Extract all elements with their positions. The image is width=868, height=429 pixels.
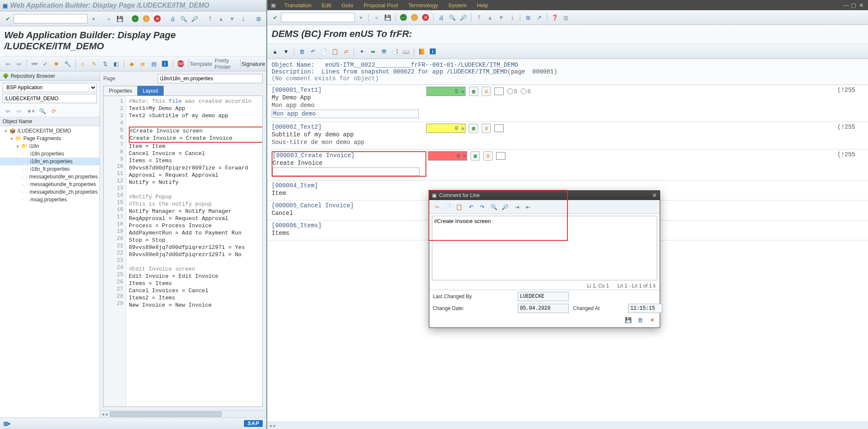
replace-icon[interactable]: ⇄ [341,46,351,56]
copy-source-icon[interactable]: ▦ [469,87,478,96]
tree-node[interactable]: ··i18n_en.properties [0,158,99,165]
find-icon[interactable]: 🔍 [447,12,457,23]
tab-layout[interactable]: Layout [137,86,164,96]
pretty-printer-button[interactable]: Pretty Printer [212,59,238,69]
dialog-cancel-icon[interactable]: ✕ [647,315,657,325]
info-icon[interactable]: i [160,59,170,69]
tree-node[interactable]: ··messagebundle_fr.properties [0,181,99,188]
info-icon[interactable]: i [428,46,438,56]
next-page-icon[interactable]: ▼ [227,14,237,24]
find-next-icon[interactable]: 🔎 [458,12,468,23]
terminology-icon[interactable]: 📙 [417,46,427,56]
repo-favorites-icon[interactable]: ★▾ [26,106,36,116]
undo-icon[interactable]: ↶ [308,46,318,56]
paste-icon[interactable]: 📋 [330,46,340,56]
quality-score[interactable]: 5 [426,87,465,96]
nav-fwd-icon[interactable]: ⇨ [14,59,24,69]
help-icon[interactable]: ❓ [550,12,560,23]
quality-score[interactable]: 0 [428,151,467,161]
prev-page-icon[interactable]: ▲ [485,12,495,23]
editor-hscroll[interactable]: ◂ ▸ [100,410,266,418]
status-flag-icon[interactable] [496,152,505,160]
edit-pencil-icon[interactable]: ✎ [89,59,99,69]
tree-node[interactable]: ▾📁i18n [0,142,99,150]
quality-score[interactable]: 0 [426,124,465,133]
pattern-icon[interactable]: ≣ [138,59,148,69]
undo-icon[interactable]: ↶ [466,202,476,212]
repo-find-icon[interactable]: 🔍 [37,106,48,116]
find-icon[interactable]: 🔍 [489,202,499,212]
tree-node[interactable]: ▾📦/LUDECKE/ITM_DEMO [0,127,99,135]
prev-page-icon[interactable]: ▲ [216,14,226,24]
code-content[interactable]: #Note: This file was created accordinTex… [126,96,262,406]
first-page-icon[interactable]: ⤒ [205,14,215,24]
menu-goto[interactable]: Goto [341,2,353,8]
proposal-icon[interactable]: ≣ [482,124,491,133]
copy-source-icon[interactable]: ▦ [469,124,478,133]
template-button[interactable]: Template [191,59,211,69]
menu-proposal-pool[interactable]: Proposal Pool [363,2,398,8]
proposal-icon[interactable]: ✦ [357,46,367,56]
dropdown-icon[interactable]: ▾ [88,14,99,24]
repo-path-input[interactable] [3,94,97,103]
find-next-icon[interactable]: 🔎 [500,202,510,212]
tree-node[interactable]: ··i18n.properties [0,150,99,158]
new-session-icon[interactable]: ⊞ [523,12,533,23]
status-radio[interactable]: S [507,88,517,95]
filter-icon[interactable]: ⛃ [379,46,389,56]
scroll-right-icon[interactable]: ▸ [106,411,108,417]
dialog-close-icon[interactable]: ✕ [652,192,657,199]
copy-icon[interactable]: 📄 [443,202,453,212]
right-hscroll[interactable]: ◂ ▸ [267,422,868,429]
repo-back-icon[interactable]: ⇦ [3,106,13,116]
check-icon[interactable]: ✓ [40,59,51,69]
last-page-icon[interactable]: ⤓ [238,14,248,24]
save-icon[interactable]: 💾 [115,14,125,24]
ok-icon[interactable]: ✔ [3,14,13,24]
back-icon[interactable]: ← [130,14,140,24]
back-skip-icon[interactable]: « [372,12,382,23]
repo-fwd-icon[interactable]: ⇨ [14,106,24,116]
repo-refresh-icon[interactable]: ⟳ [48,106,59,116]
enhance-icon[interactable]: ◧ [111,59,121,69]
dialog-save-icon[interactable]: 💾 [623,315,633,325]
proposal-icon[interactable]: ≣ [483,151,493,161]
delete-icon[interactable]: 🗑 [297,46,307,56]
minimize-icon[interactable]: — [842,2,849,8]
menu-help[interactable]: Help [477,2,488,8]
tree-node[interactable]: ··i18n_fr.properties [0,165,99,173]
transaction-code-input[interactable] [14,14,88,23]
status-radio[interactable]: S [521,88,531,95]
first-page-icon[interactable]: ⤒ [474,12,484,23]
translation-input[interactable] [272,110,419,118]
paste-icon[interactable]: 📋 [454,202,464,212]
dialog-delete-icon[interactable]: 🗑 [635,315,645,325]
layout-icon[interactable]: ▥ [561,12,571,23]
proposal-icon[interactable]: ≣ [482,87,491,96]
exit-icon[interactable]: ↑ [409,12,420,23]
repo-type-select[interactable]: BSP Application [3,83,97,92]
activate-icon[interactable]: ✹ [51,59,62,69]
transfer-icon[interactable]: ➡ [368,46,378,56]
cut-icon[interactable]: ✂ [432,202,442,212]
last-page-icon[interactable]: ⤓ [507,12,517,23]
signature-button[interactable]: Signature [243,59,264,69]
next-page-icon[interactable]: ▼ [496,12,506,23]
cancel-icon[interactable]: ✕ [420,12,431,23]
new-session-icon[interactable]: ⊞ [253,14,264,24]
page-field-input[interactable] [158,74,263,83]
status-flag-icon[interactable] [494,87,504,95]
tree-node[interactable]: ··messagebundle_en.properties [0,173,99,181]
copy-icon[interactable]: 📄 [319,46,329,56]
comment-textarea[interactable] [432,216,657,280]
expand-down-icon[interactable]: ▼ [281,46,291,56]
menu-terminology[interactable]: Terminology [408,2,438,8]
cancel-icon[interactable]: ✕ [152,14,162,24]
glasses-display-icon[interactable]: 👓 [29,59,40,69]
tree-node[interactable]: ··messagebundle_zh.properties [0,188,99,196]
transaction-code-input[interactable] [281,13,355,22]
shortcut-icon[interactable]: ↗ [534,12,544,23]
tree-node[interactable]: ··msag.properties [0,196,99,203]
dialog-titlebar[interactable]: ▣ Comment for Line ✕ [429,191,660,200]
find-icon[interactable]: 🔍 [179,14,189,24]
